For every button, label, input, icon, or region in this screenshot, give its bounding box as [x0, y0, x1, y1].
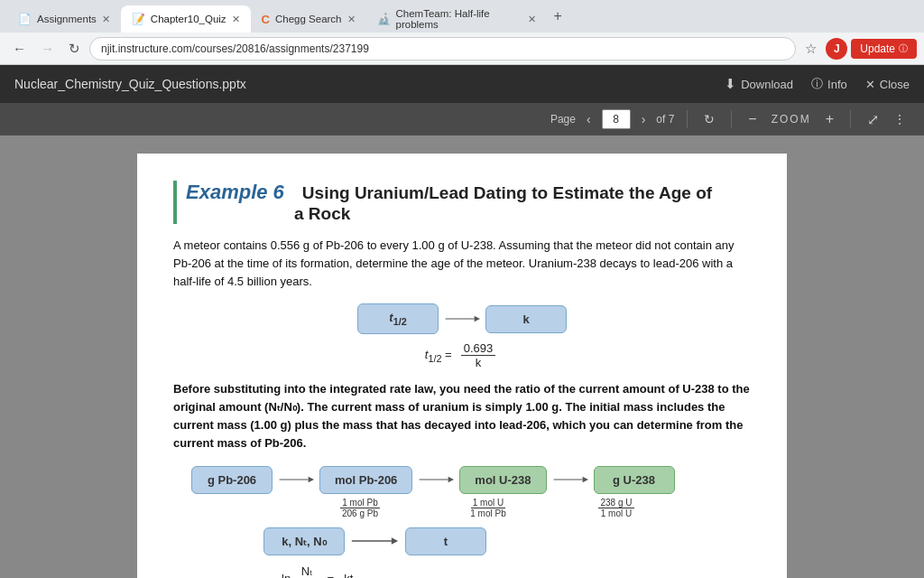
zoom-in-button[interactable]: + — [822, 109, 837, 129]
more-options-button[interactable]: ⋮ — [890, 110, 910, 128]
app-toolbar: Nuclear_Chemistry_Quiz_Questions.pptx ⬇ … — [0, 65, 924, 103]
zoom-divider — [731, 110, 732, 128]
flow-arrow-c — [547, 471, 594, 489]
slide-title-line2: a Rock — [186, 204, 751, 224]
info-label: Info — [827, 78, 847, 91]
slide-page: Example 6 Using Uranium/Lead Dating to E… — [137, 154, 787, 578]
flow-box-t12-label: t1/2 — [389, 311, 406, 324]
close-button[interactable]: ✕ Close — [865, 78, 910, 91]
flow-arrow-d — [345, 532, 405, 550]
zoom-out-button[interactable]: − — [744, 109, 760, 129]
title-line1: Example 6 Using Uranium/Lead Dating to E… — [186, 181, 751, 204]
download-button[interactable]: ⬇ Download — [725, 76, 793, 92]
tab-chapter10quiz[interactable]: 📝 Chapter10_Quiz ✕ — [121, 5, 251, 33]
ln-fraction: Nₜ N₀ — [298, 564, 316, 578]
flow-box-gu238-label: g U-238 — [613, 473, 655, 487]
tab-label-chegg: Chegg Search — [275, 14, 342, 24]
tab-chemteam[interactable]: 🔬 ChemTeam: Half-life problems ✕ — [366, 5, 547, 33]
forward-button[interactable]: → — [35, 37, 60, 60]
mini-flow: t1/2 k — [173, 303, 751, 334]
page-number-input[interactable] — [602, 109, 631, 129]
tab-label-chemteam: ChemTeam: Half-life problems — [396, 8, 522, 30]
tab-label-chapter10quiz: Chapter10_Quiz — [151, 14, 226, 24]
flow-box-t: t — [405, 527, 486, 555]
flow-box-molpb206: mol Pb-206 — [319, 466, 412, 494]
tab-bar: 📄 Assignments ✕ 📝 Chapter10_Quiz ✕ C Che… — [0, 0, 924, 33]
rotate-button[interactable]: ↻ — [700, 110, 718, 128]
arrow-svg-a — [278, 471, 314, 489]
flow-box-t12: t1/2 — [357, 303, 439, 334]
ln-suffix: = −kt — [328, 572, 354, 578]
app-title: Nuclear_Chemistry_Quiz_Questions.pptx — [14, 77, 246, 91]
flow-box-gpb206-label: g Pb-206 — [208, 473, 256, 487]
arrow-svg-d — [350, 532, 400, 550]
flow-box-kNtN0-label: k, Nₜ, N₀ — [282, 535, 326, 548]
ln-numerator: Nₜ — [299, 564, 316, 578]
nav-bar: ← → ↻ ☆ J Update ⓘ — [0, 33, 924, 65]
back-button[interactable]: ← — [7, 37, 32, 60]
svg-marker-7 — [582, 477, 587, 482]
prev-page-button[interactable]: ‹ — [583, 110, 595, 128]
tab-close-chapter10quiz[interactable]: ✕ — [232, 14, 240, 25]
slide-title-line1: Using Uranium/Lead Dating to Estimate th… — [302, 183, 712, 203]
close-icon: ✕ — [865, 78, 875, 91]
tab-close-chegg[interactable]: ✕ — [347, 14, 356, 25]
page-divider — [687, 110, 688, 128]
conversion-labels: 1 mol Pb 206 g Pb 1 mol U 1 mol Pb 238 g… — [173, 498, 751, 518]
fullscreen-button[interactable]: ⤢ — [864, 109, 882, 130]
flow-box-k: k — [485, 305, 567, 333]
flow-box-kNtN0: k, Nₜ, N₀ — [263, 527, 345, 555]
flow-arrow-a — [273, 471, 319, 489]
address-input[interactable] — [89, 37, 796, 61]
formula-fraction: 0.693 k — [461, 341, 496, 369]
tab-icon-assignments: 📄 — [18, 13, 32, 25]
next-page-button[interactable]: › — [638, 110, 650, 128]
flow-box-molu238-label: mol U-238 — [475, 473, 531, 487]
flow-box-k-label: k — [522, 312, 529, 326]
bookmark-button[interactable]: ☆ — [799, 37, 822, 61]
download-label: Download — [741, 78, 793, 91]
ln-prefix: ln — [282, 572, 291, 578]
example-label: Example 6 — [186, 181, 284, 204]
update-button[interactable]: Update ⓘ — [851, 39, 917, 59]
conv-label-2: 1 mol U 1 mol Pb — [448, 498, 529, 518]
svg-marker-5 — [448, 477, 454, 482]
slide-body-text: A meteor contains 0.556 g of Pb-206 to e… — [173, 237, 751, 291]
info-button[interactable]: ⓘ Info — [811, 76, 847, 92]
flow-box-gpb206: g Pb-206 — [191, 466, 273, 494]
profile-button[interactable]: J — [826, 38, 847, 60]
toolbar-right: ⬇ Download ⓘ Info ✕ Close — [725, 76, 910, 92]
formula-numerator: 0.693 — [461, 341, 496, 356]
new-tab-button[interactable]: + — [547, 5, 569, 28]
nav-right: ☆ J Update ⓘ — [799, 37, 917, 61]
page-label: Page — [550, 113, 576, 126]
tab-close-assignments[interactable]: ✕ — [102, 14, 110, 25]
conv-frac-1-den: 206 g Pb — [340, 508, 380, 518]
tab-assignments[interactable]: 📄 Assignments ✕ — [7, 5, 121, 33]
tab-chegg[interactable]: C Chegg Search ✕ — [251, 5, 366, 33]
conv-label-1: 1 mol Pb 206 g Pb — [319, 498, 401, 518]
flow-row-2: k, Nₜ, N₀ t — [173, 527, 751, 555]
tab-icon-chegg: C — [262, 13, 270, 26]
ln-formula: ln Nₜ N₀ = −kt — [173, 564, 751, 578]
fullscreen-divider — [850, 110, 851, 128]
svg-marker-3 — [309, 477, 314, 482]
download-icon: ⬇ — [725, 76, 736, 92]
zoom-label: ZOOM — [772, 113, 811, 126]
conv-frac-3: 238 g U 1 mol U — [598, 498, 633, 518]
conv-frac-1: 1 mol Pb 206 g Pb — [340, 498, 380, 518]
refresh-button[interactable]: ↻ — [63, 37, 86, 61]
flow-arrow-1 — [439, 310, 485, 328]
svg-marker-9 — [392, 537, 398, 544]
conv-label-3: 238 g U 1 mol U — [576, 498, 657, 518]
slide-bold-text: Before substituting into the integrated … — [173, 380, 751, 453]
flow-box-molpb206-label: mol Pb-206 — [335, 473, 397, 487]
tab-close-chemteam[interactable]: ✕ — [528, 14, 536, 25]
total-pages: of 7 — [656, 113, 674, 126]
conv-frac-2-num: 1 mol U — [471, 498, 505, 508]
svg-marker-1 — [475, 316, 480, 322]
flow-arrow-b — [412, 471, 459, 489]
conv-frac-3-num: 238 g U — [598, 498, 633, 508]
formula-prefix: t1/2 = — [425, 348, 452, 364]
content-area: Example 6 Using Uranium/Lead Dating to E… — [0, 135, 924, 578]
